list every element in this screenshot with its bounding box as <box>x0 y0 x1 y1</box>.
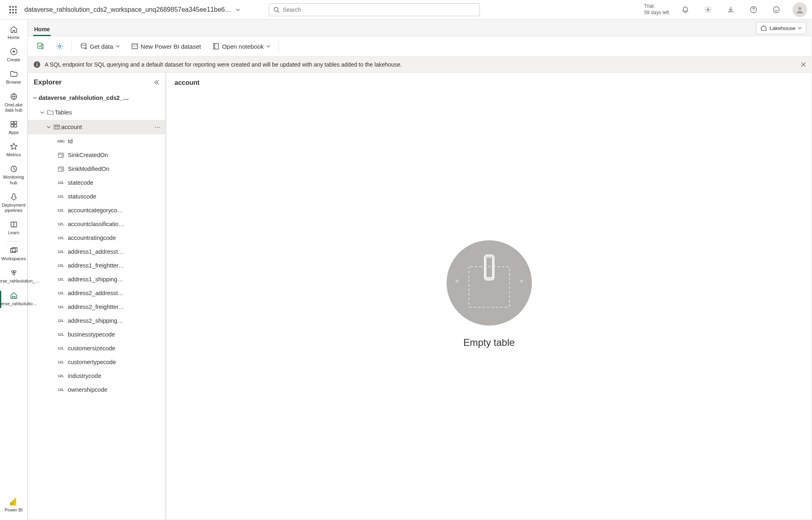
folder-icon <box>46 109 55 116</box>
tree-column[interactable]: 12Laddress1_shipping… <box>28 272 165 286</box>
tree-tables[interactable]: Tables <box>28 105 165 120</box>
rail-onelake[interactable]: OneLake data hub <box>2 89 26 117</box>
column-name: SinkCreatedOn <box>68 152 162 158</box>
column-name: customertypecode <box>68 359 162 365</box>
powerbi-icon <box>10 497 17 507</box>
tree-table-account[interactable]: account ⋯ <box>28 120 165 134</box>
explorer-panel: Explorer dataverse_rahlsolution_cds2_… T… <box>28 73 166 520</box>
monitoring-icon <box>10 164 18 174</box>
column-name: accountcategoryco… <box>68 207 162 214</box>
help-icon[interactable] <box>747 3 760 16</box>
info-icon <box>33 61 41 68</box>
svg-rect-32 <box>12 500 14 505</box>
column-name: Id <box>68 138 162 145</box>
get-data-icon <box>80 43 87 50</box>
close-banner-button[interactable] <box>801 62 806 67</box>
app-launcher-icon[interactable] <box>5 2 21 18</box>
search-input[interactable] <box>283 6 475 13</box>
tree-column[interactable]: 12Lstatuscode <box>28 190 165 203</box>
svg-point-13 <box>773 6 780 13</box>
column-name: address2_freightter… <box>68 304 162 310</box>
tab-row: Home Lakehouse <box>28 19 812 36</box>
column-name: statecode <box>68 179 162 186</box>
svg-point-41 <box>133 46 134 47</box>
empty-state: ✦ ✦ Empty table <box>166 81 812 507</box>
tree-column[interactable]: 12Lbusinesstypecode <box>28 328 165 341</box>
datetime-type-icon <box>56 152 65 158</box>
tree-column[interactable]: 12Laddress2_freightter… <box>28 300 165 314</box>
svg-rect-19 <box>11 121 13 124</box>
search-box[interactable] <box>269 3 480 16</box>
get-data-button[interactable]: Get data <box>76 40 124 52</box>
account-avatar[interactable] <box>793 2 807 17</box>
open-notebook-button[interactable]: Open notebook <box>208 40 274 52</box>
tree-column[interactable]: 12Laccountcategoryco… <box>28 203 165 217</box>
rail-learn[interactable]: Learn <box>2 217 26 240</box>
svg-point-42 <box>134 46 135 47</box>
svg-rect-5 <box>15 9 17 11</box>
table-icon <box>52 124 61 130</box>
metrics-icon <box>10 142 18 151</box>
column-name: accountratingcode <box>68 235 162 241</box>
top-header: dataverse_rahlsolution_cds2_workspace_un… <box>0 0 812 19</box>
rail-monitoring[interactable]: Monitoring hub <box>2 162 26 189</box>
number-type-icon: 12L <box>56 374 65 378</box>
rail-workspace-1[interactable]: dataverse_rahlsolution_… <box>2 265 26 288</box>
breadcrumb-title[interactable]: dataverse_rahlsolution_cds2_workspace_un… <box>24 6 231 13</box>
feedback-icon[interactable] <box>770 3 783 16</box>
settings-icon[interactable] <box>702 3 715 16</box>
notifications-icon[interactable] <box>679 3 692 16</box>
tree-column[interactable]: 12Laddress2_shipping… <box>28 314 165 328</box>
rail-powerbi[interactable]: Power BI <box>2 494 26 517</box>
svg-point-28 <box>11 271 13 273</box>
breadcrumb-chevron-icon[interactable] <box>235 7 240 12</box>
svg-rect-34 <box>38 43 42 48</box>
tree-column[interactable]: 12Laddress1_freightter… <box>28 259 165 272</box>
svg-rect-49 <box>54 125 60 129</box>
lakehouse-dropdown[interactable]: Lakehouse <box>756 22 806 34</box>
tree-column[interactable]: 12Laddress2_addresst… <box>28 286 165 300</box>
new-dataset-button[interactable]: New Power BI dataset <box>127 40 205 52</box>
rail-workspaces[interactable]: Workspaces <box>2 243 26 265</box>
tree-column[interactable]: 12Lcustomertypecode <box>28 355 165 369</box>
tree-column[interactable]: SinkModifiedOn <box>28 162 165 176</box>
rail-create[interactable]: Create <box>2 44 26 67</box>
number-type-icon: 12L <box>56 305 65 309</box>
number-type-icon: 12L <box>56 346 65 350</box>
rail-apps[interactable]: Apps <box>2 117 26 139</box>
deployment-icon <box>10 192 18 202</box>
refresh-button[interactable] <box>32 40 49 53</box>
number-type-icon: 12L <box>56 181 65 185</box>
svg-rect-2 <box>15 6 17 8</box>
lakehouse-chip-icon <box>760 25 767 31</box>
tree-column[interactable]: 12Lindustrycode <box>28 369 165 383</box>
svg-line-10 <box>278 11 279 13</box>
settings-gear-button[interactable] <box>52 40 67 52</box>
tree-column[interactable]: ABCId <box>28 134 165 148</box>
tree-column[interactable]: 12Laccountclassificatio… <box>28 217 165 231</box>
rail-browse[interactable]: Browse <box>2 67 26 89</box>
svg-rect-33 <box>10 502 12 505</box>
rail-deployment[interactable]: Deployment pipelines <box>2 190 26 217</box>
tree-column[interactable]: 12Laccountratingcode <box>28 231 165 245</box>
tree-column[interactable]: 12Lcustomersizecode <box>28 341 165 355</box>
sparkle-icon: ✦ <box>454 277 460 286</box>
rail-home[interactable]: Home <box>2 22 26 44</box>
number-type-icon: 12L <box>56 291 65 295</box>
tree-column[interactable]: 12Lownershipcode <box>28 383 165 397</box>
svg-rect-47 <box>37 64 37 67</box>
svg-point-15 <box>777 9 778 9</box>
more-options-button[interactable]: ⋯ <box>153 124 162 130</box>
tree-root[interactable]: dataverse_rahlsolution_cds2_… <box>28 91 165 105</box>
column-name: address2_shipping… <box>68 317 162 324</box>
tree-column[interactable]: 12Laddress1_addresst… <box>28 245 165 259</box>
collapse-explorer-button[interactable] <box>153 79 160 86</box>
tab-home[interactable]: Home <box>33 24 51 36</box>
create-icon <box>10 47 18 56</box>
tree-column[interactable]: SinkCreatedOn <box>28 148 165 162</box>
download-icon[interactable] <box>724 3 737 16</box>
rail-metrics[interactable]: Metrics <box>2 139 26 162</box>
rail-workspace-2[interactable]: dataverse_rahlsolutio… <box>2 288 26 311</box>
column-name: statuscode <box>68 193 162 200</box>
tree-column[interactable]: 12Lstatecode <box>28 176 165 190</box>
